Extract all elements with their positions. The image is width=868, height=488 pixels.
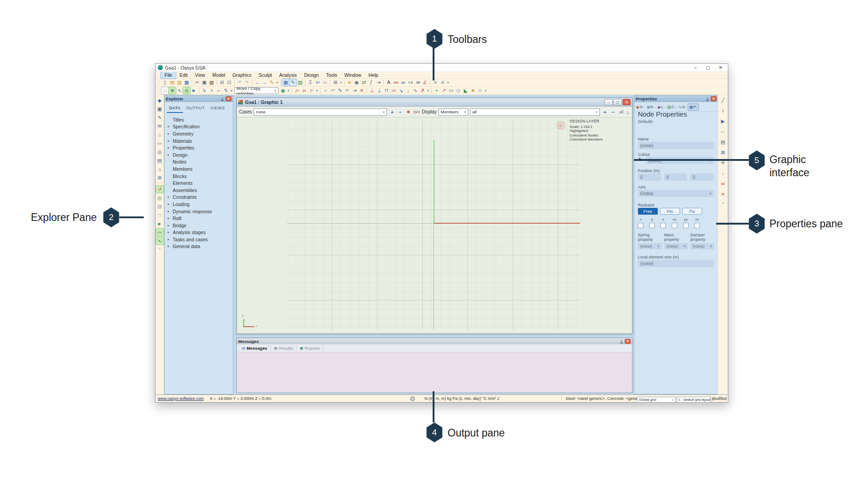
undo-rotate-icon[interactable]: ↺ — [156, 186, 164, 193]
close-icon[interactable]: ✕ — [711, 96, 717, 101]
zoom-icon[interactable]: ◎ — [183, 87, 190, 94]
erase-icon[interactable]: ✕ — [358, 87, 365, 94]
dropdown-arrow-icon[interactable]: ▾ — [230, 87, 233, 94]
label-tool-icon[interactable]: ▭ — [156, 229, 164, 236]
copy-view-icon[interactable]: ▤ — [156, 157, 164, 164]
text-format-icon[interactable]: A — [385, 79, 392, 86]
support-slider-icon[interactable]: ▭ — [390, 87, 397, 94]
pin-icon[interactable]: ⊤ — [221, 97, 224, 101]
graphic-canvas[interactable]: D DESIGN LAYER Scale: 1:118.1 Highlighte… — [237, 117, 632, 333]
case-minus-button[interactable]: − — [397, 108, 403, 116]
spring-property-combo[interactable]: (none) ∨ — [638, 243, 662, 249]
tree-item-elements[interactable]: Elements — [165, 179, 233, 187]
new-file-icon[interactable]: ▯ — [161, 79, 169, 86]
section-box-icon[interactable]: ⊡ — [156, 203, 164, 210]
tree-item-general-data[interactable]: ▸ General data — [165, 243, 233, 250]
saved-views-icon[interactable]: ▣ — [156, 105, 164, 113]
close-icon[interactable]: ✕ — [625, 339, 631, 344]
dropdown-arrow-icon[interactable]: ▾ — [315, 87, 319, 94]
ibeam-icon[interactable]: I — [719, 107, 727, 114]
menu-help[interactable]: Help — [365, 72, 382, 79]
undo-icon[interactable]: ↶ — [236, 79, 243, 86]
line-tool-icon[interactable]: ╱ — [719, 97, 727, 104]
menu-tools[interactable]: Tools — [322, 72, 341, 79]
sculpt-tool-icon[interactable]: ✎ — [222, 87, 230, 94]
restraint-pin-button[interactable]: Pin — [660, 208, 680, 215]
close-icon[interactable]: ✕ — [226, 96, 231, 101]
messages-tab-messages[interactable]: ▤ Messages — [239, 345, 271, 352]
damper-property-combo[interactable]: (none) ∨ — [690, 243, 714, 249]
zoom-in-button[interactable]: + — [602, 108, 608, 116]
globe-icon[interactable]: ◉ — [279, 87, 287, 94]
restraint-fix-button[interactable]: Fix — [682, 208, 702, 215]
back-icon[interactable]: ← — [254, 79, 261, 86]
lock-icon[interactable]: ⌂ — [156, 131, 164, 138]
explorer-tab-output[interactable]: OUTPUT — [184, 105, 207, 113]
replace-icon[interactable]: ⇄ — [360, 79, 368, 86]
node-load-icon[interactable]: ↘ — [397, 87, 405, 94]
minimize-button[interactable]: – — [604, 99, 613, 105]
paste-icon[interactable]: ▩ — [208, 79, 215, 86]
align-icon[interactable]: ⇥ — [351, 87, 358, 94]
scale-x2-icon[interactable]: x2 — [719, 180, 727, 187]
messages-output-area[interactable] — [237, 352, 632, 393]
preferences-icon[interactable]: ◎ — [156, 148, 164, 155]
open-file-icon[interactable]: ▤ — [169, 79, 176, 86]
nodes-icon[interactable]: ∷ — [156, 211, 164, 219]
restraint-free-button[interactable]: Free — [638, 208, 658, 215]
print-wizard-icon[interactable]: ⊞ — [332, 79, 339, 86]
menu-analysis[interactable]: Analysis — [275, 72, 300, 79]
case-expand-icon[interactable]: ∗ — [405, 108, 411, 116]
arc-icon[interactable]: ⌐ — [719, 128, 727, 135]
tree-item-specification[interactable]: ▸ Specification — [165, 123, 233, 131]
menu-window[interactable]: Window — [341, 72, 365, 79]
restore-button[interactable]: ▢ — [702, 64, 714, 71]
cursor-tool-icon[interactable]: ► — [156, 220, 164, 227]
restraint-checkbox[interactable] — [683, 223, 689, 228]
tree-item-raft[interactable]: ▸ Raft — [165, 215, 233, 222]
close-button[interactable]: ✕ — [714, 64, 727, 71]
restraint-checkbox[interactable] — [660, 223, 666, 228]
create-node-icon[interactable]: + — [433, 87, 440, 94]
support-roller-icon[interactable]: ⊓ — [383, 87, 390, 94]
delete-function-icon[interactable]: ƒx — [301, 87, 308, 94]
oasys-website-link[interactable]: www.oasys-software.com — [158, 395, 204, 402]
table-view-icon[interactable]: ▦ — [282, 79, 289, 86]
restraint-checkbox[interactable] — [638, 223, 643, 228]
increase-precision-icon[interactable]: +.0 — [407, 79, 414, 86]
row-list-icon[interactable]: ≡ — [439, 79, 446, 86]
restore-button[interactable]: ▢ — [613, 99, 622, 105]
box-rotate-icon[interactable]: ⊠ — [719, 149, 727, 156]
copy-icon[interactable]: ▣ — [201, 79, 208, 86]
polyline-icon[interactable]: ↳ — [201, 87, 208, 94]
add-function-icon[interactable]: ƒ+ — [293, 87, 301, 94]
diagram-tool-icon[interactable]: ∿ — [156, 237, 164, 244]
grid-combo[interactable]: Global grid ∨ — [637, 397, 676, 403]
select-cursor-icon[interactable]: ► — [190, 87, 198, 94]
support-fixed-icon[interactable]: ⊥ — [368, 87, 376, 94]
modify-node-icon[interactable]: ★ — [469, 87, 476, 94]
function-icon[interactable]: ƒ — [368, 79, 375, 86]
zoom-search-icon[interactable]: ◎ — [156, 194, 164, 202]
unit-system-icon[interactable]: ue — [400, 79, 407, 86]
local-element-size-input[interactable]: (none) — [638, 260, 714, 267]
select-icon[interactable]: □ — [161, 87, 169, 94]
find-icon[interactable]: ◉ — [353, 79, 360, 86]
menu-sculpt[interactable]: Sculpt — [255, 72, 275, 79]
tree-item-bridge[interactable]: ▸ Bridge — [165, 222, 233, 229]
layers-icon[interactable]: ≈ — [208, 87, 215, 94]
pan-icon[interactable]: ⊕ — [169, 87, 176, 94]
grid-layout-combo[interactable]: 1 : Default grid layout ∨ — [677, 397, 711, 403]
axis-combo[interactable]: Global ∨ — [638, 190, 714, 197]
minimize-button[interactable]: – — [689, 64, 702, 71]
spring-icon[interactable]: ∿ — [412, 87, 419, 94]
explorer-tab-views[interactable]: VIEWS — [208, 105, 227, 113]
restraint-checkbox[interactable] — [694, 223, 700, 228]
scale-half-icon[interactable]: /2 — [719, 190, 727, 197]
node-number-icon[interactable]: ∘¹² — [329, 87, 336, 94]
modify-beam-icon[interactable]: ☆ — [476, 87, 484, 94]
dropdown-arrow-icon[interactable]: ▾ — [287, 87, 290, 94]
pin-icon[interactable]: ⊤ — [706, 97, 709, 101]
menu-edit[interactable]: Edit — [176, 72, 191, 79]
sum-icon[interactable]: Σ — [307, 79, 314, 86]
